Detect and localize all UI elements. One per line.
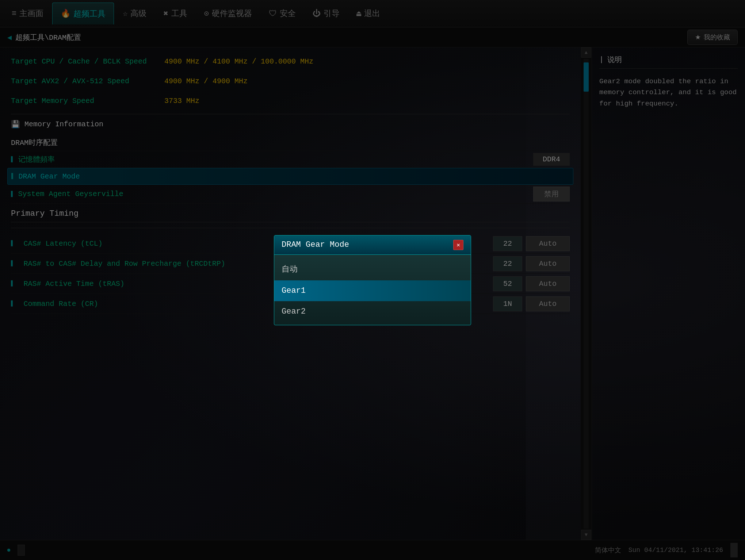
modal-option-gear2[interactable]: Gear2 [274,301,471,322]
modal-overlay: DRAM Gear Mode ✕ 自动 Gear1 Gear2 [0,0,745,560]
modal-body: 自动 Gear1 Gear2 [274,255,471,325]
modal-option-gear1[interactable]: Gear1 [274,280,471,301]
modal-option-auto[interactable]: 自动 [274,258,471,280]
modal-close-button[interactable]: ✕ [453,240,463,250]
modal-title: DRAM Gear Mode [282,240,349,249]
modal-title-bar: DRAM Gear Mode ✕ [274,235,471,255]
dram-gear-mode-modal: DRAM Gear Mode ✕ 自动 Gear1 Gear2 [274,235,471,325]
